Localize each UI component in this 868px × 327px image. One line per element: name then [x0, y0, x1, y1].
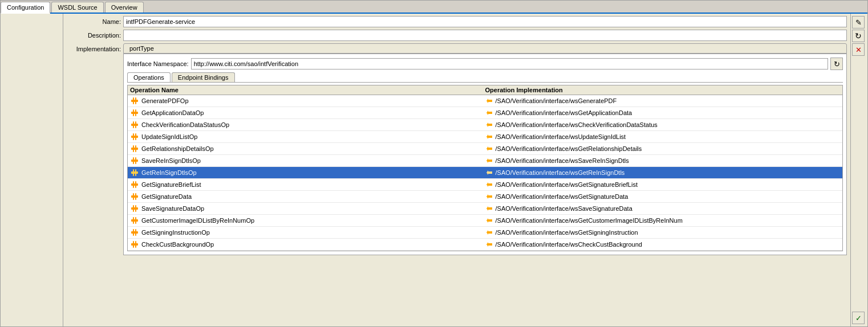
op-impl-cell: /SAO/Verification/interface/wsGetSigning… — [485, 228, 841, 236]
svg-rect-33 — [131, 231, 138, 234]
operation-icon — [130, 132, 139, 141]
op-impl-cell: /SAO/Verification/interface/wsGetSignatu… — [485, 193, 841, 201]
operation-icon — [130, 96, 139, 105]
check-icon: ✓ — [855, 314, 862, 322]
operations-table: Operation Name Operation Implementation … — [127, 85, 843, 251]
svg-rect-18 — [131, 171, 138, 174]
op-name-cell: GetReInSignDtlsOp — [130, 168, 485, 177]
op-name: CheckCustBackgroundOp — [141, 241, 214, 248]
table-row[interactable]: GetSignatureData /SAO/Verification/inter… — [128, 191, 842, 203]
op-impl: /SAO/Verification/interface/wsGetApplica… — [496, 109, 632, 116]
op-name: GetSigningInstructionOp — [141, 229, 210, 236]
op-impl: /SAO/Verification/interface/wsGeneratePD… — [496, 97, 617, 104]
tab-configuration[interactable]: Configuration — [1, 2, 50, 14]
op-impl-cell: /SAO/Verification/interface/wsCheckVerif… — [485, 121, 841, 129]
table-row[interactable]: CheckVerificationDataStatusOp /SAO/Verif… — [128, 119, 842, 131]
implementation-icon — [485, 145, 493, 153]
operations-body: GeneratePDFOp /SAO/Verification/interfac… — [128, 95, 842, 251]
op-impl: /SAO/Verification/interface/wsCheckVerif… — [496, 121, 658, 128]
op-name-cell: GetSigningInstructionOp — [130, 228, 485, 237]
svg-rect-21 — [131, 183, 138, 186]
implementation-icon — [485, 169, 493, 177]
svg-rect-22 — [133, 181, 134, 188]
check-button[interactable]: ✓ — [852, 312, 865, 324]
svg-rect-23 — [135, 181, 136, 188]
svg-rect-29 — [135, 205, 136, 212]
operation-icon — [130, 156, 139, 165]
svg-rect-30 — [131, 219, 138, 222]
description-row: Description: — [67, 30, 847, 41]
op-impl-cell: /SAO/Verification/interface/wsGetRelatio… — [485, 145, 841, 153]
description-input[interactable] — [123, 30, 847, 41]
refresh-button[interactable]: ↻ — [852, 30, 865, 42]
svg-rect-2 — [135, 97, 136, 104]
op-name-cell: UpdateSignIdListOp — [130, 132, 485, 141]
tab-wsdl-source[interactable]: WSDL Source — [51, 2, 103, 13]
close-icon: ✕ — [855, 46, 862, 54]
tab-endpoint-bindings[interactable]: Endpoint Bindings — [172, 72, 235, 82]
op-impl: /SAO/Verification/interface/wsGetRelatio… — [496, 145, 642, 152]
interface-refresh-icon: ↻ — [834, 60, 840, 68]
table-row[interactable]: GetReInSignDtlsOp /SAO/Verification/inte… — [128, 167, 842, 179]
table-row[interactable]: SaveSignatureDataOp /SAO/Verification/in… — [128, 203, 842, 215]
tab-overview[interactable]: Overview — [105, 2, 144, 13]
implementation-icon — [485, 240, 493, 248]
inner-tab-bar: Operations Endpoint Bindings — [127, 72, 843, 83]
port-type-area: portType Interface Namespace: ↻ — [123, 43, 847, 255]
operation-icon — [130, 192, 139, 201]
refresh-icon: ↻ — [855, 31, 862, 40]
svg-rect-25 — [133, 193, 134, 200]
edit-button[interactable]: ✎ — [852, 16, 865, 28]
svg-rect-4 — [133, 109, 134, 116]
table-row[interactable]: GetRelationshipDetailsOp /SAO/Verificati… — [128, 143, 842, 155]
left-sidebar — [1, 14, 63, 326]
table-row[interactable]: GetSignatureBriefList /SAO/Verification/… — [128, 179, 842, 191]
op-name-cell: SaveSignatureDataOp — [130, 204, 485, 213]
table-row[interactable]: UpdateSignIdListOp /SAO/Verification/int… — [128, 131, 842, 143]
operation-icon — [130, 144, 139, 153]
port-type-tab[interactable]: portType — [123, 43, 847, 54]
op-impl: /SAO/Verification/interface/wsUpdateSign… — [496, 133, 626, 140]
table-row[interactable]: GetCustomerImageIDListByReInNumOp /SAO/V… — [128, 215, 842, 227]
svg-rect-19 — [133, 169, 134, 176]
tab-operations[interactable]: Operations — [127, 72, 171, 82]
op-name: GetRelationshipDetailsOp — [141, 145, 214, 152]
svg-rect-3 — [131, 112, 138, 114]
op-name-cell: GeneratePDFOp — [130, 96, 485, 105]
op-name: GetSignatureData — [141, 193, 192, 200]
op-name-cell: GetApplicationDataOp — [130, 108, 485, 117]
svg-rect-9 — [131, 136, 138, 138]
op-impl: /SAO/Verification/interface/wsGetSignatu… — [496, 181, 638, 188]
op-name: SaveSignatureDataOp — [141, 205, 204, 212]
operation-icon — [130, 240, 139, 249]
close-button[interactable]: ✕ — [852, 43, 865, 56]
table-row[interactable]: GetSigningInstructionOp /SAO/Verificatio… — [128, 227, 842, 239]
op-name: UpdateSignIdListOp — [141, 133, 197, 140]
implementation-content: portType Interface Namespace: ↻ — [123, 43, 847, 255]
implementation-icon — [485, 193, 493, 201]
implementation-icon — [485, 121, 493, 129]
operation-icon — [130, 228, 139, 237]
table-row[interactable]: CheckCustBackgroundOp /SAO/Verification/… — [128, 239, 842, 251]
operations-table-header: Operation Name Operation Implementation — [128, 85, 842, 95]
op-impl: /SAO/Verification/interface/wsGetSigning… — [496, 229, 638, 236]
interface-namespace-label: Interface Namespace: — [127, 60, 189, 67]
name-input[interactable] — [123, 16, 847, 27]
svg-rect-8 — [135, 121, 136, 128]
svg-rect-17 — [135, 157, 136, 164]
implementation-row: Implementation: portType Interface Names… — [67, 43, 847, 255]
svg-rect-11 — [135, 133, 136, 140]
op-impl: /SAO/Verification/interface/wsGetSignatu… — [496, 193, 628, 200]
op-name: GetReInSignDtlsOp — [141, 169, 197, 176]
operation-icon — [130, 204, 139, 213]
svg-rect-14 — [135, 145, 136, 152]
table-row[interactable]: GeneratePDFOp /SAO/Verification/interfac… — [128, 95, 842, 107]
table-row[interactable]: SaveReInSignDtlsOp /SAO/Verification/int… — [128, 155, 842, 167]
interface-refresh-button[interactable]: ↻ — [830, 58, 843, 70]
svg-rect-31 — [133, 217, 134, 224]
svg-rect-0 — [131, 100, 138, 102]
table-row[interactable]: GetApplicationDataOp /SAO/Verification/i… — [128, 107, 842, 119]
interface-namespace-input[interactable] — [191, 58, 828, 70]
op-impl-cell: /SAO/Verification/interface/wsGetSignatu… — [485, 181, 841, 189]
operation-icon — [130, 180, 139, 189]
